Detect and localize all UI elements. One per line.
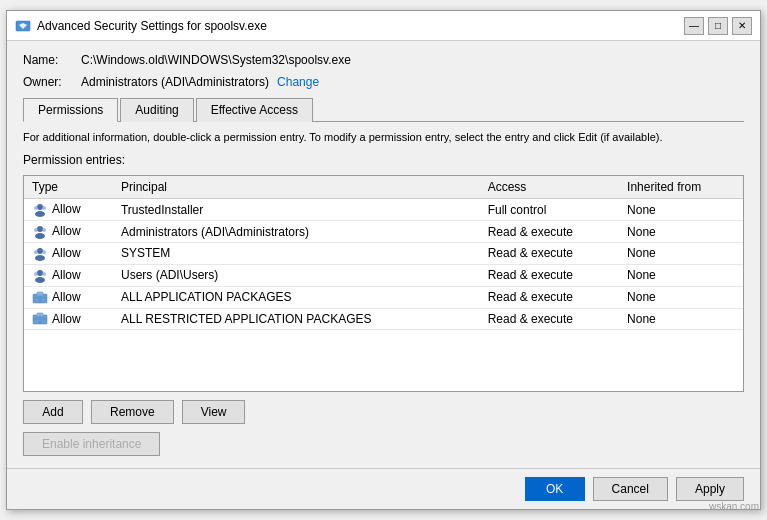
row-icon (32, 247, 48, 261)
col-header-principal: Principal (113, 176, 480, 199)
permission-table: Type Principal Access Inherited from All… (24, 176, 743, 330)
cell-principal: ALL APPLICATION PACKAGES (113, 286, 480, 308)
svg-point-9 (37, 248, 43, 254)
col-header-inherited: Inherited from (619, 176, 743, 199)
svg-point-14 (35, 277, 45, 283)
cell-inherited: None (619, 308, 743, 330)
owner-label: Owner: (23, 75, 73, 89)
tab-auditing[interactable]: Auditing (120, 98, 193, 122)
svg-point-13 (37, 270, 43, 276)
cell-access: Full control (480, 199, 619, 221)
svg-point-12 (42, 250, 46, 254)
svg-point-2 (35, 211, 45, 217)
owner-row: Owner: Administrators (ADI\Administrator… (23, 75, 744, 89)
entries-label: Permission entries: (23, 153, 744, 167)
action-buttons-row1: Add Remove View (23, 400, 744, 424)
svg-point-4 (42, 206, 46, 210)
svg-point-3 (34, 206, 38, 210)
cell-inherited: None (619, 264, 743, 286)
name-value: C:\Windows.old\WINDOWS\System32\spoolsv.… (81, 53, 351, 67)
cell-principal: SYSTEM (113, 243, 480, 265)
cell-principal: Users (ADI\Users) (113, 264, 480, 286)
owner-value: Administrators (ADI\Administrators) (81, 75, 269, 89)
cancel-button[interactable]: Cancel (593, 477, 668, 501)
tab-effective-access[interactable]: Effective Access (196, 98, 313, 122)
enable-inheritance-button[interactable]: Enable inheritance (23, 432, 160, 456)
maximize-button[interactable]: □ (708, 17, 728, 35)
table-row[interactable]: Allow ALL RESTRICTED APPLICATION PACKAGE… (24, 308, 743, 330)
svg-point-10 (35, 255, 45, 261)
name-label: Name: (23, 53, 73, 67)
row-icon (32, 203, 48, 217)
cell-inherited: None (619, 221, 743, 243)
col-header-type: Type (24, 176, 113, 199)
table-row[interactable]: Allow Administrators (ADI\Administrators… (24, 221, 743, 243)
watermark: wskan.com (709, 501, 759, 512)
row-icon (32, 225, 48, 239)
cell-principal: ALL RESTRICTED APPLICATION PACKAGES (113, 308, 480, 330)
svg-point-1 (37, 204, 43, 210)
cell-access: Read & execute (480, 264, 619, 286)
cell-type: Allow (24, 286, 113, 308)
svg-point-5 (37, 226, 43, 232)
table-header-row: Type Principal Access Inherited from (24, 176, 743, 199)
cell-inherited: None (619, 199, 743, 221)
remove-button[interactable]: Remove (91, 400, 174, 424)
cell-principal: Administrators (ADI\Administrators) (113, 221, 480, 243)
col-header-access: Access (480, 176, 619, 199)
tab-permissions[interactable]: Permissions (23, 98, 118, 122)
add-button[interactable]: Add (23, 400, 83, 424)
cell-type: Allow (24, 221, 113, 243)
cell-type: Allow (24, 243, 113, 265)
cell-access: Read & execute (480, 221, 619, 243)
svg-point-8 (42, 228, 46, 232)
table-row[interactable]: Allow TrustedInstaller Full control None (24, 199, 743, 221)
ok-button[interactable]: OK (525, 477, 585, 501)
svg-point-11 (34, 250, 38, 254)
change-link[interactable]: Change (277, 75, 319, 89)
description-text: For additional information, double-click… (23, 130, 744, 145)
svg-point-7 (34, 228, 38, 232)
table-row[interactable]: Allow Users (ADI\Users) Read & execute N… (24, 264, 743, 286)
row-icon (32, 312, 48, 326)
content-area: Name: C:\Windows.old\WINDOWS\System32\sp… (7, 41, 760, 468)
window-title: Advanced Security Settings for spoolsv.e… (37, 19, 684, 33)
table-row[interactable]: Allow SYSTEM Read & execute None (24, 243, 743, 265)
action-buttons-row2: Enable inheritance (23, 432, 744, 456)
window-icon (15, 18, 31, 34)
permission-table-wrapper[interactable]: Type Principal Access Inherited from All… (23, 175, 744, 392)
cell-inherited: None (619, 243, 743, 265)
apply-button[interactable]: Apply (676, 477, 744, 501)
svg-point-16 (42, 272, 46, 276)
cell-access: Read & execute (480, 286, 619, 308)
cell-principal: TrustedInstaller (113, 199, 480, 221)
cell-type: Allow (24, 308, 113, 330)
table-row[interactable]: Allow ALL APPLICATION PACKAGES Read & ex… (24, 286, 743, 308)
row-icon (32, 291, 48, 305)
main-window: Advanced Security Settings for spoolsv.e… (6, 10, 761, 510)
title-bar: Advanced Security Settings for spoolsv.e… (7, 11, 760, 41)
cell-type: Allow (24, 264, 113, 286)
bottom-bar: OK Cancel Apply (7, 468, 760, 509)
cell-type: Allow (24, 199, 113, 221)
name-row: Name: C:\Windows.old\WINDOWS\System32\sp… (23, 53, 744, 67)
row-icon (32, 269, 48, 283)
cell-access: Read & execute (480, 308, 619, 330)
svg-point-15 (34, 272, 38, 276)
cell-inherited: None (619, 286, 743, 308)
svg-point-6 (35, 233, 45, 239)
tab-bar: Permissions Auditing Effective Access (23, 97, 744, 122)
view-button[interactable]: View (182, 400, 246, 424)
cell-access: Read & execute (480, 243, 619, 265)
minimize-button[interactable]: — (684, 17, 704, 35)
close-button[interactable]: ✕ (732, 17, 752, 35)
title-bar-controls: — □ ✕ (684, 17, 752, 35)
